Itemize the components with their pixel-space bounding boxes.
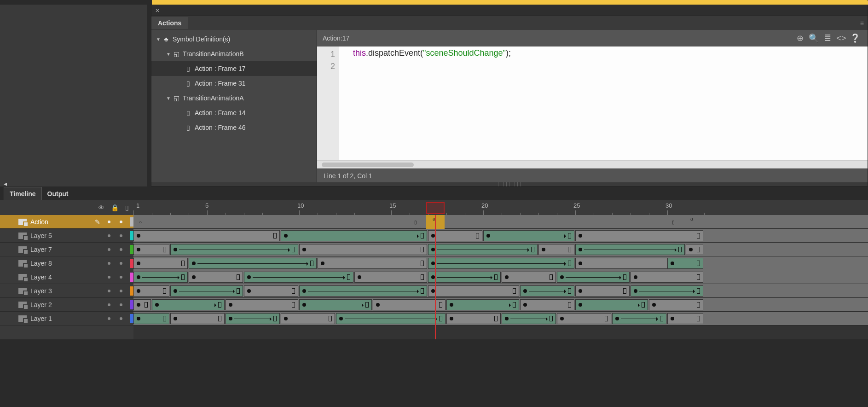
lock-dot[interactable] xyxy=(120,248,122,251)
track-row[interactable] xyxy=(133,312,868,326)
tween-span[interactable] xyxy=(538,244,574,255)
tree-node-animation-a[interactable]: ▼ ◱ TransitionAnimationA xyxy=(151,91,317,105)
lock-dot[interactable] xyxy=(120,290,122,292)
tween-span[interactable] xyxy=(189,272,243,283)
tween-span[interactable] xyxy=(152,299,225,310)
tree-leaf-frame14[interactable]: ▯ Action : Frame 14 xyxy=(151,105,317,120)
tween-span[interactable] xyxy=(299,244,427,255)
layer-color-swatch[interactable] xyxy=(130,259,133,268)
layer-row[interactable]: Layer 8 xyxy=(0,256,133,270)
outline-icon[interactable]: ▯ xyxy=(125,204,129,211)
tween-span[interactable] xyxy=(446,299,519,310)
snippets-icon[interactable]: <> xyxy=(834,34,848,43)
track-area[interactable]: 151015202530 ○▯a▯a xyxy=(133,200,868,339)
track-row[interactable] xyxy=(133,229,868,243)
visibility-dot[interactable] xyxy=(108,248,110,251)
lock-icon[interactable]: 🔒 xyxy=(111,204,119,211)
lock-dot[interactable] xyxy=(120,234,122,237)
tween-span[interactable] xyxy=(318,258,427,269)
tween-span[interactable] xyxy=(133,313,169,324)
target-icon[interactable]: ⊕ xyxy=(793,33,807,43)
lock-dot[interactable] xyxy=(120,303,122,306)
tween-span[interactable] xyxy=(667,258,703,269)
tween-span[interactable] xyxy=(575,299,648,310)
tree-leaf-frame46[interactable]: ▯ Action : Frame 46 xyxy=(151,120,317,135)
tween-span[interactable] xyxy=(170,285,243,297)
lock-dot[interactable] xyxy=(120,317,122,320)
code-text[interactable]: this.dispatchEvent("sceneShouldChange"); xyxy=(339,47,868,160)
tween-span[interactable] xyxy=(133,285,169,297)
tween-span[interactable] xyxy=(299,285,427,297)
tween-span[interactable] xyxy=(226,313,280,324)
resize-grip[interactable]: │││││││││ xyxy=(151,182,868,186)
horizontal-scrollbar[interactable] xyxy=(317,160,868,169)
visibility-icon[interactable]: 👁 xyxy=(98,204,104,211)
tween-span[interactable] xyxy=(446,313,501,324)
close-icon[interactable]: ✕ xyxy=(155,7,160,14)
tree-leaf-frame31[interactable]: ▯ Action : Frame 31 xyxy=(151,76,317,91)
splitter-handle[interactable]: ◂ xyxy=(4,180,9,186)
layer-color-swatch[interactable] xyxy=(130,300,133,309)
tween-span[interactable] xyxy=(428,285,519,297)
visibility-dot[interactable] xyxy=(108,317,110,320)
layer-row[interactable]: Action ✎ xyxy=(0,215,133,229)
visibility-dot[interactable] xyxy=(108,221,110,223)
tween-span[interactable] xyxy=(612,313,666,324)
frame-ruler[interactable]: 151015202530 xyxy=(133,200,868,215)
visibility-dot[interactable] xyxy=(108,276,110,279)
tab-actions[interactable]: Actions xyxy=(151,17,188,29)
layer-row[interactable]: Layer 2 xyxy=(0,298,133,312)
tween-span[interactable] xyxy=(557,272,630,283)
tween-span[interactable] xyxy=(281,313,335,324)
tab-timeline[interactable]: Timeline xyxy=(4,187,42,200)
layer-row[interactable]: Layer 1 xyxy=(0,312,133,326)
layer-color-swatch[interactable] xyxy=(130,231,133,240)
visibility-dot[interactable] xyxy=(108,262,110,265)
help-icon[interactable]: ❔ xyxy=(848,33,862,43)
tween-span[interactable] xyxy=(428,258,574,269)
layer-row[interactable]: Layer 7 xyxy=(0,243,133,256)
tween-span[interactable] xyxy=(428,244,538,255)
search-icon[interactable]: 🔍 xyxy=(807,33,821,43)
tween-span[interactable] xyxy=(336,313,446,324)
tween-span[interactable] xyxy=(189,258,317,269)
layer-row[interactable]: Layer 4 xyxy=(0,270,133,284)
tween-span[interactable] xyxy=(649,299,703,310)
layer-color-swatch[interactable] xyxy=(130,245,133,254)
lock-dot[interactable] xyxy=(120,276,122,279)
track-row[interactable] xyxy=(133,256,868,270)
layer-row[interactable]: Layer 5 xyxy=(0,229,133,243)
tween-span[interactable] xyxy=(631,272,703,283)
tween-span[interactable] xyxy=(133,230,280,241)
track-row[interactable] xyxy=(133,270,868,284)
tween-span[interactable] xyxy=(133,299,151,310)
visibility-dot[interactable] xyxy=(108,290,110,292)
track-row[interactable]: ○▯a▯a xyxy=(133,215,868,229)
layer-color-swatch[interactable] xyxy=(130,273,133,282)
visibility-dot[interactable] xyxy=(108,303,110,306)
layer-color-swatch[interactable] xyxy=(130,217,133,227)
tween-span[interactable] xyxy=(281,230,427,241)
track-row[interactable] xyxy=(133,284,868,298)
tween-span[interactable] xyxy=(686,244,703,255)
layer-color-swatch[interactable] xyxy=(130,314,133,323)
track-row[interactable] xyxy=(133,243,868,256)
tween-span[interactable] xyxy=(170,313,225,324)
layer-color-swatch[interactable] xyxy=(130,286,133,296)
tab-output[interactable]: Output xyxy=(42,187,74,200)
tween-span[interactable] xyxy=(170,244,298,255)
tween-span[interactable] xyxy=(575,230,703,241)
tween-span[interactable] xyxy=(428,272,501,283)
tween-span[interactable] xyxy=(354,272,427,283)
tween-span[interactable] xyxy=(133,244,169,255)
tween-span[interactable] xyxy=(575,285,630,297)
tween-span[interactable] xyxy=(502,272,556,283)
track-row[interactable] xyxy=(133,298,868,312)
tween-span[interactable] xyxy=(244,285,298,297)
tween-span[interactable] xyxy=(631,285,703,297)
tween-span[interactable] xyxy=(483,230,574,241)
playhead[interactable] xyxy=(435,215,436,339)
tween-span[interactable] xyxy=(575,244,685,255)
tween-span[interactable] xyxy=(226,299,298,310)
tween-span[interactable] xyxy=(133,272,188,283)
